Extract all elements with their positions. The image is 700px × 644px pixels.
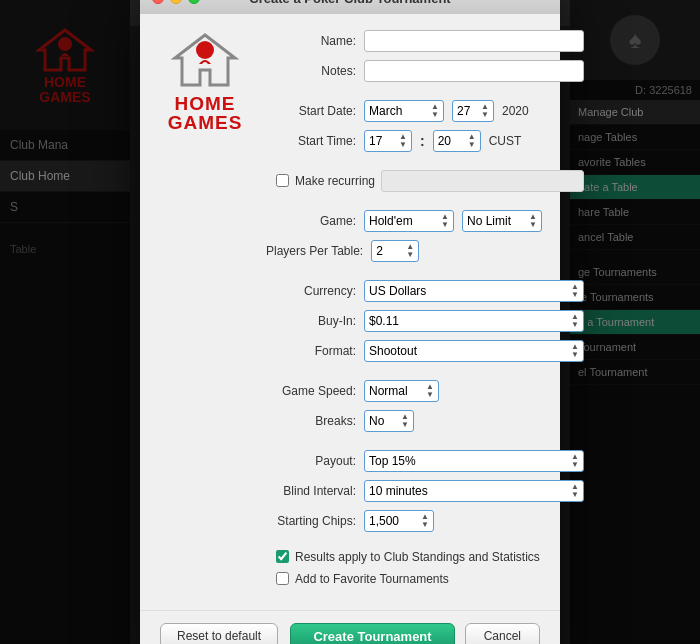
game-limit-select[interactable]: No Limit ▲▼	[462, 210, 542, 232]
currency-arrow: ▲▼	[571, 283, 579, 299]
buyin-label: Buy-In:	[266, 314, 356, 328]
currency-label: Currency:	[266, 284, 356, 298]
starting-chips-select[interactable]: 1,500 ▲▼	[364, 510, 434, 532]
recurring-checkbox[interactable]	[276, 174, 289, 187]
payout-arrow: ▲▼	[571, 453, 579, 469]
time-colon: :	[420, 133, 425, 149]
modal-body: HOME GAMES Name: Notes:	[140, 14, 560, 610]
game-type-arrow: ▲▼	[441, 213, 449, 229]
notes-row: Notes:	[266, 60, 584, 82]
modal-form: Name: Notes: Start Date: March ▲▼	[266, 30, 584, 594]
reset-button[interactable]: Reset to default	[160, 623, 278, 644]
house-icon-modal	[170, 30, 240, 90]
start-time-row: Start Time: 17 ▲▼ : 20 ▲▼ CUST	[266, 130, 584, 152]
start-date-label: Start Date:	[266, 104, 356, 118]
create-tournament-button[interactable]: Create Tournament	[290, 623, 454, 645]
favorites-label: Add to Favorite Tournaments	[295, 572, 449, 586]
recurring-row: Make recurring	[266, 170, 584, 192]
modal-home-games-text: HOME GAMES	[168, 94, 243, 134]
breaks-label: Breaks:	[266, 414, 356, 428]
footer-right: Create Tournament Cancel	[290, 623, 540, 645]
results-label: Results apply to Club Standings and Stat…	[295, 550, 540, 564]
starting-chips-label: Starting Chips:	[266, 514, 356, 528]
blind-interval-arrow: ▲▼	[571, 483, 579, 499]
maximize-button[interactable]	[188, 0, 200, 4]
payout-select[interactable]: Top 15% ▲▼	[364, 450, 584, 472]
favorites-checkbox[interactable]	[276, 572, 289, 585]
players-per-table-arrow: ▲▼	[406, 243, 414, 259]
minute-arrow: ▲▼	[468, 133, 476, 149]
blind-interval-select[interactable]: 10 minutes ▲▼	[364, 480, 584, 502]
payout-row: Payout: Top 15% ▲▼	[266, 450, 584, 472]
month-select[interactable]: March ▲▼	[364, 100, 444, 122]
breaks-arrow: ▲▼	[401, 413, 409, 429]
start-time-label: Start Time:	[266, 134, 356, 148]
game-row: Game: Hold'em ▲▼ No Limit ▲▼	[266, 210, 584, 232]
players-per-table-row: Players Per Table: 2 ▲▼	[266, 240, 584, 262]
format-label: Format:	[266, 344, 356, 358]
name-row: Name:	[266, 30, 584, 52]
players-per-table-select[interactable]: 2 ▲▼	[371, 240, 419, 262]
hour-select[interactable]: 17 ▲▼	[364, 130, 412, 152]
format-row: Format: Shootout ▲▼	[266, 340, 584, 362]
modal-logo-side: HOME GAMES	[160, 30, 250, 594]
traffic-lights	[152, 0, 200, 4]
currency-select[interactable]: US Dollars ▲▼	[364, 280, 584, 302]
modal-overlay: Create a Poker Club Tournament HOME GAME…	[0, 0, 700, 644]
currency-row: Currency: US Dollars ▲▼	[266, 280, 584, 302]
game-speed-row: Game Speed: Normal ▲▼	[266, 380, 584, 402]
format-select[interactable]: Shootout ▲▼	[364, 340, 584, 362]
game-limit-arrow: ▲▼	[529, 213, 537, 229]
results-row: Results apply to Club Standings and Stat…	[266, 550, 584, 564]
hour-arrow: ▲▼	[399, 133, 407, 149]
buyin-row: Buy-In: $0.11 ▲▼	[266, 310, 584, 332]
breaks-select[interactable]: No ▲▼	[364, 410, 414, 432]
breaks-row: Breaks: No ▲▼	[266, 410, 584, 432]
starting-chips-row: Starting Chips: 1,500 ▲▼	[266, 510, 584, 532]
name-input[interactable]	[364, 30, 584, 52]
modal-dialog: Create a Poker Club Tournament HOME GAME…	[140, 0, 560, 644]
notes-input[interactable]	[364, 60, 584, 82]
day-select[interactable]: 27 ▲▼	[452, 100, 494, 122]
modal-footer: Reset to default Create Tournament Cance…	[140, 610, 560, 645]
favorites-row: Add to Favorite Tournaments	[266, 572, 584, 586]
payout-label: Payout:	[266, 454, 356, 468]
game-speed-select[interactable]: Normal ▲▼	[364, 380, 439, 402]
minimize-button[interactable]	[170, 0, 182, 4]
year-text: 2020	[502, 104, 529, 118]
month-arrow: ▲▼	[431, 103, 439, 119]
format-arrow: ▲▼	[571, 343, 579, 359]
players-per-table-label: Players Per Table:	[266, 244, 363, 258]
game-speed-label: Game Speed:	[266, 384, 356, 398]
cancel-button[interactable]: Cancel	[465, 623, 540, 645]
blind-interval-label: Blind Interval:	[266, 484, 356, 498]
start-date-row: Start Date: March ▲▼ 27 ▲▼ 2020	[266, 100, 584, 122]
modal-title: Create a Poker Club Tournament	[249, 0, 450, 6]
buyin-arrow: ▲▼	[571, 313, 579, 329]
timezone-text: CUST	[489, 134, 522, 148]
minute-select[interactable]: 20 ▲▼	[433, 130, 481, 152]
recurring-bar	[381, 170, 584, 192]
close-button[interactable]	[152, 0, 164, 4]
game-type-select[interactable]: Hold'em ▲▼	[364, 210, 454, 232]
svg-point-3	[196, 41, 214, 59]
buyin-select[interactable]: $0.11 ▲▼	[364, 310, 584, 332]
results-checkbox[interactable]	[276, 550, 289, 563]
recurring-label: Make recurring	[295, 174, 375, 188]
blind-interval-row: Blind Interval: 10 minutes ▲▼	[266, 480, 584, 502]
game-speed-arrow: ▲▼	[426, 383, 434, 399]
notes-label: Notes:	[266, 64, 356, 78]
day-arrow: ▲▼	[481, 103, 489, 119]
game-label: Game:	[266, 214, 356, 228]
name-label: Name:	[266, 34, 356, 48]
starting-chips-arrow: ▲▼	[421, 513, 429, 529]
modal-titlebar: Create a Poker Club Tournament	[140, 0, 560, 14]
